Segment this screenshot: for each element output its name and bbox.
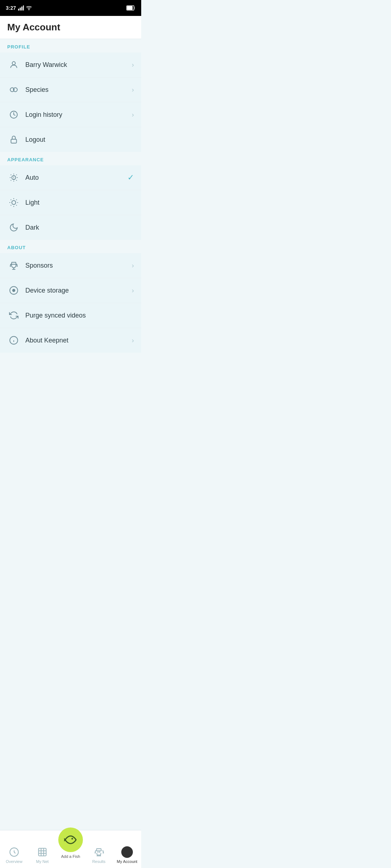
status-bar: 3:27 bbox=[0, 0, 141, 16]
nav-item-results[interactable]: Results bbox=[85, 846, 113, 864]
item-label-login-history: Login history bbox=[25, 111, 132, 119]
account-icon bbox=[121, 846, 133, 858]
list-section-profile: Barry Warwick› Species› Login history› L… bbox=[0, 52, 141, 152]
list-item-sponsors[interactable]: Sponsors› bbox=[0, 253, 141, 278]
info-icon bbox=[7, 334, 20, 347]
signal-icon bbox=[18, 5, 24, 10]
item-label-logout: Logout bbox=[25, 136, 134, 144]
svg-point-7 bbox=[12, 61, 16, 65]
list-item-login-history[interactable]: Login history› bbox=[0, 102, 141, 127]
nav-label-my-net: My Net bbox=[36, 859, 49, 864]
list-item-purge-synced-videos[interactable]: Purge synced videos bbox=[0, 303, 141, 328]
svg-rect-32 bbox=[39, 848, 46, 856]
chevron-right-icon: › bbox=[132, 262, 134, 269]
person-icon bbox=[7, 58, 20, 71]
nav-label-overview: Overview bbox=[6, 859, 22, 864]
svg-point-25 bbox=[13, 289, 15, 292]
clock-icon bbox=[7, 108, 20, 121]
nav-label-results: Results bbox=[92, 859, 106, 864]
svg-point-33 bbox=[71, 838, 73, 840]
circle-dot-icon bbox=[7, 284, 20, 297]
chevron-right-icon: › bbox=[132, 61, 134, 69]
status-left: 3:27 bbox=[6, 5, 32, 11]
nav-item-my-account[interactable]: My Account bbox=[113, 846, 141, 864]
account-avatar bbox=[121, 846, 133, 858]
battery-icon bbox=[126, 5, 135, 10]
add-fish-circle bbox=[58, 827, 83, 852]
sections-container: PROFILE Barry Warwick› Species› Login hi… bbox=[0, 39, 141, 353]
section-label-appearance: APPEARANCE bbox=[0, 152, 141, 165]
nav-label-add-fish: Add a Fish bbox=[61, 854, 80, 859]
svg-rect-11 bbox=[11, 139, 16, 143]
bottom-nav: Overview My Net Add a Fish bbox=[0, 830, 141, 868]
item-label-auto: Auto bbox=[25, 174, 127, 182]
item-label-purge-synced-videos: Purge synced videos bbox=[25, 312, 134, 319]
nav-item-my-net[interactable]: My Net bbox=[28, 846, 56, 864]
svg-line-21 bbox=[16, 200, 17, 200]
list-item-auto[interactable]: Auto✓ bbox=[0, 165, 141, 190]
svg-point-4 bbox=[29, 9, 29, 10]
page-title: My Account bbox=[7, 22, 134, 33]
svg-line-16 bbox=[11, 200, 12, 200]
section-label-about: ABOUT bbox=[0, 240, 141, 253]
svg-rect-3 bbox=[23, 5, 24, 10]
list-item-about-keepnet[interactable]: About Keepnet› bbox=[0, 328, 141, 353]
sun-icon bbox=[7, 196, 20, 209]
moon-icon bbox=[7, 221, 20, 234]
fish-icon bbox=[64, 833, 77, 846]
svg-line-31 bbox=[14, 852, 16, 854]
overview-icon bbox=[8, 846, 20, 858]
item-label-sponsors: Sponsors bbox=[25, 262, 132, 269]
section-label-profile: PROFILE bbox=[0, 39, 141, 52]
list-section-appearance: Auto✓ Light Dark bbox=[0, 165, 141, 240]
list-item-barry-warwick[interactable]: Barry Warwick› bbox=[0, 52, 141, 77]
list-item-logout[interactable]: Logout bbox=[0, 127, 141, 152]
chevron-right-icon: › bbox=[132, 86, 134, 94]
svg-line-17 bbox=[16, 205, 17, 206]
status-right bbox=[126, 5, 135, 10]
item-label-species: Species bbox=[25, 86, 132, 94]
list-item-species[interactable]: Species› bbox=[0, 77, 141, 102]
item-label-device-storage: Device storage bbox=[25, 287, 132, 294]
item-label-barry-warwick: Barry Warwick bbox=[25, 61, 132, 69]
list-section-about: Sponsors› Device storage› Purge synced v… bbox=[0, 253, 141, 353]
trophy-icon bbox=[7, 259, 20, 272]
lock-icon bbox=[7, 133, 20, 146]
list-item-dark[interactable]: Dark bbox=[0, 215, 141, 240]
nav-item-add-fish[interactable]: Add a Fish bbox=[56, 827, 85, 859]
list-item-light[interactable]: Light bbox=[0, 190, 141, 215]
svg-rect-2 bbox=[21, 7, 22, 10]
chevron-right-icon: › bbox=[132, 287, 134, 294]
results-icon bbox=[93, 846, 105, 858]
species-icon bbox=[7, 83, 20, 96]
item-label-light: Light bbox=[25, 199, 134, 207]
svg-line-20 bbox=[11, 205, 12, 206]
chevron-right-icon: › bbox=[132, 111, 134, 119]
svg-point-13 bbox=[12, 201, 16, 205]
nav-label-my-account: My Account bbox=[117, 859, 138, 864]
status-time: 3:27 bbox=[6, 5, 16, 11]
auto-icon bbox=[7, 171, 20, 184]
check-icon: ✓ bbox=[127, 173, 134, 182]
net-icon bbox=[37, 846, 48, 858]
wifi-icon bbox=[26, 5, 32, 10]
chevron-right-icon: › bbox=[132, 337, 134, 344]
svg-rect-6 bbox=[127, 7, 133, 10]
page-header: My Account bbox=[0, 16, 141, 39]
item-label-dark: Dark bbox=[25, 224, 134, 231]
list-item-device-storage[interactable]: Device storage› bbox=[0, 278, 141, 303]
sync-icon bbox=[7, 309, 20, 322]
svg-rect-1 bbox=[20, 8, 21, 10]
nav-item-overview[interactable]: Overview bbox=[0, 846, 28, 864]
svg-rect-0 bbox=[18, 9, 19, 10]
item-label-about-keepnet: About Keepnet bbox=[25, 337, 132, 344]
